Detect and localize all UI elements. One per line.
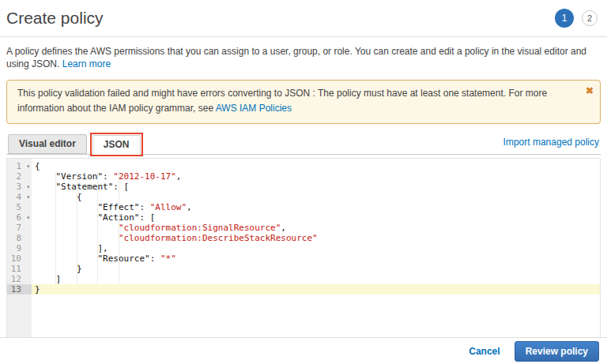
wizard-steps: 1 2	[555, 9, 601, 28]
gutter-line-number: 12	[7, 274, 32, 284]
gutter-line-number: 3▾	[7, 182, 32, 192]
fold-arrow-icon[interactable]: ▾	[26, 161, 30, 171]
validation-warning-banner: This policy validation failed and might …	[6, 80, 601, 124]
gutter-line-number: 5	[7, 202, 32, 212]
gutter-line-number: 6▾	[7, 212, 32, 223]
code-line[interactable]: "Resource": "*"	[32, 253, 600, 264]
gutter-line-number: 9	[7, 243, 32, 253]
gutter-line-number: 2	[7, 171, 32, 182]
footer-bar: Cancel Review policy	[0, 337, 607, 364]
code-line[interactable]: ],	[32, 243, 600, 253]
code-line[interactable]: "Action": [	[32, 212, 600, 223]
code-line[interactable]: "cloudformation:SignalResource",	[32, 223, 600, 233]
gutter-line-number: 8	[7, 233, 32, 243]
review-policy-button[interactable]: Review policy	[515, 341, 599, 362]
step-indicator-1: 1	[555, 9, 574, 28]
code-line[interactable]: }	[32, 284, 600, 295]
learn-more-link[interactable]: Learn more	[62, 58, 111, 69]
gutter-line-number: 13	[7, 284, 32, 295]
json-policy-editor[interactable]: 1▾23▾4▾56▾78910111213 { "Version": "2012…	[6, 158, 601, 362]
tab-bar: Visual editor JSON Import managed policy	[6, 134, 601, 155]
fold-arrow-icon[interactable]: ▾	[26, 192, 30, 202]
code-line[interactable]: "cloudformation:DescribeStackResource"	[32, 233, 600, 243]
header-divider	[0, 36, 607, 37]
code-line[interactable]: "Effect": "Allow",	[32, 202, 600, 212]
page-header: Create policy 1 2	[6, 5, 601, 32]
close-icon[interactable]: ✖	[586, 84, 594, 99]
tab-json[interactable]: JSON	[92, 135, 141, 155]
code-line[interactable]: "Version": "2012-10-17",	[32, 171, 600, 182]
gutter-line-number: 11	[7, 264, 32, 274]
code-line[interactable]: "Statement": [	[32, 182, 600, 192]
code-line[interactable]: {	[32, 192, 600, 202]
tab-visual-editor[interactable]: Visual editor	[8, 134, 87, 154]
step-indicator-2: 2	[582, 10, 598, 26]
gutter-line-number: 1▾	[7, 161, 32, 171]
gutter-line-number: 10	[7, 253, 32, 264]
gutter-line-number: 7	[7, 223, 32, 233]
fold-arrow-icon[interactable]: ▾	[26, 212, 30, 223]
fold-arrow-icon[interactable]: ▾	[26, 182, 30, 192]
editor-code-pane[interactable]: { "Version": "2012-10-17", "Statement": …	[32, 159, 600, 362]
cancel-button[interactable]: Cancel	[469, 346, 500, 357]
code-line[interactable]: ]	[32, 274, 600, 284]
editor-gutter: 1▾23▾4▾56▾78910111213	[7, 159, 32, 362]
json-tab-wrap: JSON	[92, 135, 141, 155]
code-line[interactable]: {	[32, 161, 600, 171]
code-line[interactable]: }	[32, 264, 600, 274]
intro-text: A policy defines the AWS permissions tha…	[6, 45, 601, 70]
page-title: Create policy	[6, 9, 104, 28]
aws-iam-policies-link[interactable]: AWS IAM Policies	[216, 103, 292, 114]
gutter-line-number: 4▾	[7, 192, 32, 202]
import-managed-policy-link[interactable]: Import managed policy	[503, 137, 599, 148]
